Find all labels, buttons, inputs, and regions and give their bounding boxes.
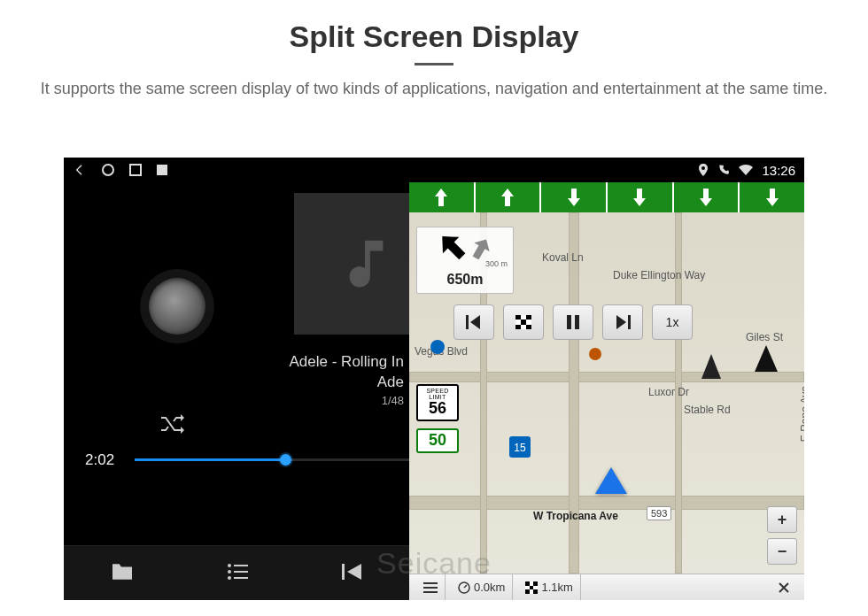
lane-guidance — [409, 182, 804, 212]
clock: 13:26 — [762, 163, 795, 178]
track-info: Adele - Rolling In Ade 1/48 — [290, 352, 404, 408]
road-label: E Reno Ave — [799, 386, 804, 442]
poi-icon: 15 — [507, 434, 533, 460]
back-icon[interactable] — [73, 163, 87, 177]
svg-rect-14 — [466, 315, 469, 329]
home-icon[interactable] — [101, 163, 115, 177]
map-pane[interactable]: S Las Vegas Blvd Koval Ln Duke Ellington… — [409, 182, 804, 600]
poi-icon — [755, 345, 778, 372]
zoom-controls: + − — [767, 506, 797, 565]
turn-distance: 650m — [447, 272, 484, 288]
svg-rect-18 — [521, 320, 526, 325]
svg-rect-8 — [234, 577, 248, 579]
svg-point-7 — [228, 576, 231, 580]
svg-rect-20 — [526, 325, 531, 329]
distance-readout: 1.1km — [518, 574, 580, 600]
road-label: Luxor Dr — [648, 386, 689, 398]
wifi-icon — [739, 165, 753, 175]
zoom-in-button[interactable]: + — [767, 506, 797, 533]
split-container: Adele - Rolling In Ade 1/48 2:02 — [64, 182, 804, 600]
image-icon — [156, 164, 168, 176]
speed-multiplier-button[interactable]: 1x — [652, 304, 693, 340]
next-turn-distance: 300 m — [485, 259, 508, 268]
svg-rect-31 — [530, 586, 533, 589]
poi-icon — [701, 354, 721, 379]
poi-icon — [586, 345, 604, 363]
lane-arrow — [606, 182, 672, 212]
track-index: 1/48 — [290, 393, 404, 409]
svg-point-3 — [228, 564, 231, 567]
turn-panel: 300 m 650m — [416, 227, 514, 294]
progress-bar[interactable] — [135, 458, 409, 461]
menu-button[interactable] — [416, 574, 446, 600]
svg-point-5 — [228, 570, 231, 574]
speed-limit-label: SPEED LIMIT — [418, 388, 457, 400]
pause-button[interactable] — [553, 304, 593, 340]
folder-icon[interactable] — [110, 562, 135, 585]
current-location-icon — [595, 467, 627, 494]
current-speed-value: 50 — [418, 432, 457, 448]
svg-rect-1 — [130, 165, 141, 175]
device-frame: 13:26 Adele - Rolling In Ade 1/48 — [64, 158, 804, 600]
svg-rect-21 — [567, 315, 571, 329]
svg-rect-23 — [628, 315, 631, 329]
page-title: Split Screen Display — [0, 19, 868, 54]
location-icon — [698, 164, 709, 176]
progress-handle[interactable] — [280, 454, 291, 466]
road-label: Koval Ln — [542, 251, 584, 264]
road-label: Stable Rd — [684, 404, 731, 416]
svg-rect-29 — [525, 581, 530, 586]
map-status-bar: 0.0km 1.1km — [409, 574, 804, 600]
lane-arrow — [738, 182, 804, 212]
svg-rect-25 — [423, 587, 438, 589]
svg-rect-24 — [423, 582, 438, 584]
lane-arrow — [474, 182, 540, 212]
svg-rect-32 — [525, 589, 530, 594]
play-knob-area — [142, 271, 213, 342]
svg-rect-17 — [526, 315, 531, 320]
turn-right-icon — [472, 238, 490, 259]
current-speed-sign: 50 — [416, 428, 459, 453]
playlist-icon[interactable] — [227, 563, 250, 584]
svg-rect-19 — [515, 325, 521, 329]
destination-button[interactable] — [503, 304, 544, 340]
svg-rect-4 — [234, 565, 248, 566]
map-controls: 1x — [453, 304, 693, 340]
lane-arrow — [539, 182, 606, 212]
android-statusbar: 13:26 — [64, 158, 804, 182]
svg-rect-26 — [423, 591, 438, 593]
elapsed-time: 2:02 — [85, 451, 114, 469]
poi-icon — [427, 336, 448, 358]
shuffle-icon[interactable] — [159, 414, 184, 437]
play-knob[interactable] — [149, 278, 205, 335]
prev-waypoint-button[interactable] — [453, 304, 494, 340]
svg-rect-9 — [342, 564, 345, 580]
next-waypoint-button[interactable] — [602, 304, 643, 340]
close-route-button[interactable] — [771, 574, 797, 600]
zoom-out-button[interactable]: − — [767, 538, 797, 565]
road-label: Duke Ellington Way — [613, 269, 705, 281]
svg-rect-33 — [533, 589, 538, 594]
svg-text:15: 15 — [514, 442, 526, 454]
speed-limit-sign: SPEED LIMIT 56 — [416, 384, 459, 421]
lane-arrow — [672, 182, 739, 212]
track-artist: Ade — [290, 373, 404, 393]
track-title: Adele - Rolling In — [290, 352, 404, 373]
svg-rect-2 — [157, 165, 167, 175]
music-note-icon — [334, 233, 396, 295]
road-label: W Tropicana Ave — [533, 510, 618, 522]
svg-rect-16 — [515, 315, 521, 320]
speed-readout: 0.0km — [451, 574, 513, 600]
player-bottom-bar — [64, 545, 409, 600]
svg-point-10 — [430, 340, 445, 354]
progress-fill — [135, 458, 286, 461]
svg-point-11 — [589, 348, 601, 360]
lane-arrow — [409, 182, 474, 212]
recents-icon[interactable] — [129, 164, 142, 176]
svg-point-0 — [103, 165, 113, 175]
phone-icon — [717, 164, 730, 176]
road-label: Giles St — [746, 331, 783, 343]
previous-icon[interactable] — [342, 562, 363, 585]
page-subtitle: It supports the same screen display of t… — [0, 78, 868, 100]
speed-limit-value: 56 — [418, 400, 457, 416]
